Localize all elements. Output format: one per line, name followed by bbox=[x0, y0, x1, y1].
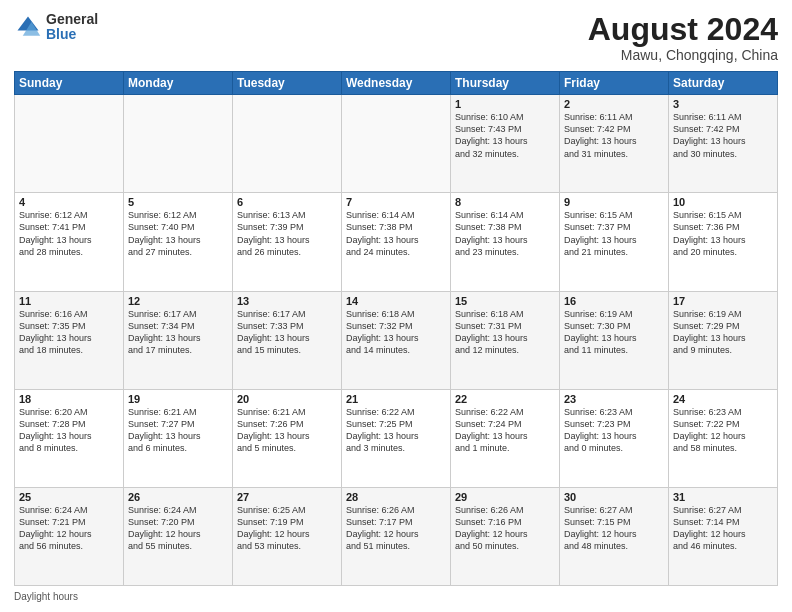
day-number: 9 bbox=[564, 196, 664, 208]
day-number: 12 bbox=[128, 295, 228, 307]
day-number: 21 bbox=[346, 393, 446, 405]
day-number: 17 bbox=[673, 295, 773, 307]
logo-general: General bbox=[46, 12, 98, 27]
day-cell bbox=[124, 95, 233, 193]
header: General Blue August 2024 Mawu, Chongqing… bbox=[14, 12, 778, 63]
day-number: 5 bbox=[128, 196, 228, 208]
day-cell: 31Sunrise: 6:27 AMSunset: 7:14 PMDayligh… bbox=[669, 487, 778, 585]
day-info: Sunrise: 6:13 AMSunset: 7:39 PMDaylight:… bbox=[237, 209, 337, 258]
col-sunday: Sunday bbox=[15, 72, 124, 95]
day-number: 6 bbox=[237, 196, 337, 208]
day-info: Sunrise: 6:21 AMSunset: 7:26 PMDaylight:… bbox=[237, 406, 337, 455]
day-cell bbox=[342, 95, 451, 193]
logo: General Blue bbox=[14, 12, 98, 43]
day-info: Sunrise: 6:15 AMSunset: 7:36 PMDaylight:… bbox=[673, 209, 773, 258]
day-info: Sunrise: 6:24 AMSunset: 7:21 PMDaylight:… bbox=[19, 504, 119, 553]
day-info: Sunrise: 6:12 AMSunset: 7:41 PMDaylight:… bbox=[19, 209, 119, 258]
day-info: Sunrise: 6:26 AMSunset: 7:17 PMDaylight:… bbox=[346, 504, 446, 553]
day-info: Sunrise: 6:22 AMSunset: 7:25 PMDaylight:… bbox=[346, 406, 446, 455]
day-cell: 11Sunrise: 6:16 AMSunset: 7:35 PMDayligh… bbox=[15, 291, 124, 389]
day-number: 28 bbox=[346, 491, 446, 503]
day-cell: 5Sunrise: 6:12 AMSunset: 7:40 PMDaylight… bbox=[124, 193, 233, 291]
day-number: 7 bbox=[346, 196, 446, 208]
day-cell: 19Sunrise: 6:21 AMSunset: 7:27 PMDayligh… bbox=[124, 389, 233, 487]
header-row: Sunday Monday Tuesday Wednesday Thursday… bbox=[15, 72, 778, 95]
day-info: Sunrise: 6:16 AMSunset: 7:35 PMDaylight:… bbox=[19, 308, 119, 357]
day-info: Sunrise: 6:24 AMSunset: 7:20 PMDaylight:… bbox=[128, 504, 228, 553]
day-cell: 21Sunrise: 6:22 AMSunset: 7:25 PMDayligh… bbox=[342, 389, 451, 487]
day-cell: 6Sunrise: 6:13 AMSunset: 7:39 PMDaylight… bbox=[233, 193, 342, 291]
day-cell: 2Sunrise: 6:11 AMSunset: 7:42 PMDaylight… bbox=[560, 95, 669, 193]
day-cell: 7Sunrise: 6:14 AMSunset: 7:38 PMDaylight… bbox=[342, 193, 451, 291]
footer-note: Daylight hours bbox=[14, 591, 778, 602]
logo-icon bbox=[14, 13, 42, 41]
day-cell: 10Sunrise: 6:15 AMSunset: 7:36 PMDayligh… bbox=[669, 193, 778, 291]
day-info: Sunrise: 6:18 AMSunset: 7:32 PMDaylight:… bbox=[346, 308, 446, 357]
day-cell: 23Sunrise: 6:23 AMSunset: 7:23 PMDayligh… bbox=[560, 389, 669, 487]
day-number: 14 bbox=[346, 295, 446, 307]
day-info: Sunrise: 6:23 AMSunset: 7:22 PMDaylight:… bbox=[673, 406, 773, 455]
day-cell: 16Sunrise: 6:19 AMSunset: 7:30 PMDayligh… bbox=[560, 291, 669, 389]
day-number: 25 bbox=[19, 491, 119, 503]
day-info: Sunrise: 6:18 AMSunset: 7:31 PMDaylight:… bbox=[455, 308, 555, 357]
day-cell: 22Sunrise: 6:22 AMSunset: 7:24 PMDayligh… bbox=[451, 389, 560, 487]
day-number: 19 bbox=[128, 393, 228, 405]
day-info: Sunrise: 6:12 AMSunset: 7:40 PMDaylight:… bbox=[128, 209, 228, 258]
day-info: Sunrise: 6:27 AMSunset: 7:15 PMDaylight:… bbox=[564, 504, 664, 553]
day-info: Sunrise: 6:14 AMSunset: 7:38 PMDaylight:… bbox=[346, 209, 446, 258]
day-cell: 27Sunrise: 6:25 AMSunset: 7:19 PMDayligh… bbox=[233, 487, 342, 585]
day-info: Sunrise: 6:27 AMSunset: 7:14 PMDaylight:… bbox=[673, 504, 773, 553]
day-cell: 17Sunrise: 6:19 AMSunset: 7:29 PMDayligh… bbox=[669, 291, 778, 389]
calendar-table: Sunday Monday Tuesday Wednesday Thursday… bbox=[14, 71, 778, 586]
day-cell: 29Sunrise: 6:26 AMSunset: 7:16 PMDayligh… bbox=[451, 487, 560, 585]
day-info: Sunrise: 6:14 AMSunset: 7:38 PMDaylight:… bbox=[455, 209, 555, 258]
day-info: Sunrise: 6:11 AMSunset: 7:42 PMDaylight:… bbox=[564, 111, 664, 160]
day-cell: 12Sunrise: 6:17 AMSunset: 7:34 PMDayligh… bbox=[124, 291, 233, 389]
day-number: 15 bbox=[455, 295, 555, 307]
day-info: Sunrise: 6:17 AMSunset: 7:33 PMDaylight:… bbox=[237, 308, 337, 357]
day-number: 10 bbox=[673, 196, 773, 208]
day-info: Sunrise: 6:21 AMSunset: 7:27 PMDaylight:… bbox=[128, 406, 228, 455]
day-info: Sunrise: 6:20 AMSunset: 7:28 PMDaylight:… bbox=[19, 406, 119, 455]
day-cell: 28Sunrise: 6:26 AMSunset: 7:17 PMDayligh… bbox=[342, 487, 451, 585]
day-number: 22 bbox=[455, 393, 555, 405]
day-cell: 30Sunrise: 6:27 AMSunset: 7:15 PMDayligh… bbox=[560, 487, 669, 585]
day-info: Sunrise: 6:19 AMSunset: 7:30 PMDaylight:… bbox=[564, 308, 664, 357]
day-number: 18 bbox=[19, 393, 119, 405]
day-number: 2 bbox=[564, 98, 664, 110]
day-info: Sunrise: 6:10 AMSunset: 7:43 PMDaylight:… bbox=[455, 111, 555, 160]
col-tuesday: Tuesday bbox=[233, 72, 342, 95]
day-number: 8 bbox=[455, 196, 555, 208]
day-cell: 24Sunrise: 6:23 AMSunset: 7:22 PMDayligh… bbox=[669, 389, 778, 487]
week-row-4: 25Sunrise: 6:24 AMSunset: 7:21 PMDayligh… bbox=[15, 487, 778, 585]
day-cell bbox=[233, 95, 342, 193]
day-cell: 25Sunrise: 6:24 AMSunset: 7:21 PMDayligh… bbox=[15, 487, 124, 585]
day-cell: 20Sunrise: 6:21 AMSunset: 7:26 PMDayligh… bbox=[233, 389, 342, 487]
week-row-2: 11Sunrise: 6:16 AMSunset: 7:35 PMDayligh… bbox=[15, 291, 778, 389]
col-wednesday: Wednesday bbox=[342, 72, 451, 95]
week-row-1: 4Sunrise: 6:12 AMSunset: 7:41 PMDaylight… bbox=[15, 193, 778, 291]
col-monday: Monday bbox=[124, 72, 233, 95]
day-info: Sunrise: 6:26 AMSunset: 7:16 PMDaylight:… bbox=[455, 504, 555, 553]
day-number: 11 bbox=[19, 295, 119, 307]
day-number: 4 bbox=[19, 196, 119, 208]
day-cell: 13Sunrise: 6:17 AMSunset: 7:33 PMDayligh… bbox=[233, 291, 342, 389]
logo-blue: Blue bbox=[46, 27, 98, 42]
day-number: 24 bbox=[673, 393, 773, 405]
day-info: Sunrise: 6:23 AMSunset: 7:23 PMDaylight:… bbox=[564, 406, 664, 455]
day-info: Sunrise: 6:17 AMSunset: 7:34 PMDaylight:… bbox=[128, 308, 228, 357]
day-number: 1 bbox=[455, 98, 555, 110]
day-cell: 4Sunrise: 6:12 AMSunset: 7:41 PMDaylight… bbox=[15, 193, 124, 291]
day-number: 30 bbox=[564, 491, 664, 503]
day-info: Sunrise: 6:25 AMSunset: 7:19 PMDaylight:… bbox=[237, 504, 337, 553]
day-info: Sunrise: 6:19 AMSunset: 7:29 PMDaylight:… bbox=[673, 308, 773, 357]
day-number: 13 bbox=[237, 295, 337, 307]
day-cell: 3Sunrise: 6:11 AMSunset: 7:42 PMDaylight… bbox=[669, 95, 778, 193]
day-cell: 18Sunrise: 6:20 AMSunset: 7:28 PMDayligh… bbox=[15, 389, 124, 487]
day-number: 23 bbox=[564, 393, 664, 405]
day-cell: 14Sunrise: 6:18 AMSunset: 7:32 PMDayligh… bbox=[342, 291, 451, 389]
title-block: August 2024 Mawu, Chongqing, China bbox=[588, 12, 778, 63]
day-cell: 8Sunrise: 6:14 AMSunset: 7:38 PMDaylight… bbox=[451, 193, 560, 291]
day-number: 3 bbox=[673, 98, 773, 110]
day-number: 20 bbox=[237, 393, 337, 405]
